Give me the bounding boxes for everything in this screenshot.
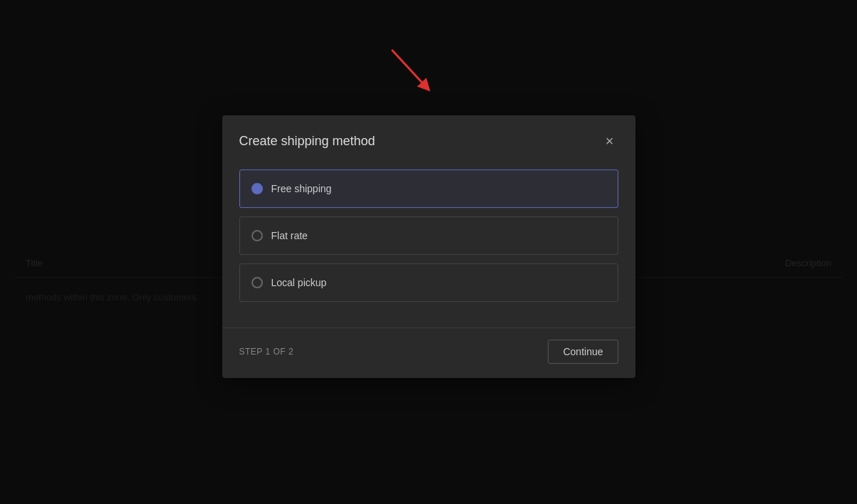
local-pickup-radio: [251, 277, 263, 288]
shipping-option-local-pickup[interactable]: Local pickup: [239, 263, 618, 302]
local-pickup-label: Local pickup: [271, 277, 327, 288]
continue-button[interactable]: Continue: [548, 340, 618, 364]
modal-header: Create shipping method ×: [222, 115, 635, 164]
shipping-option-flat-rate[interactable]: Flat rate: [239, 216, 618, 255]
modal-title: Create shipping method: [239, 134, 375, 149]
shipping-option-free-shipping[interactable]: Free shipping: [239, 169, 618, 208]
modal-footer: STEP 1 OF 2 Continue: [222, 327, 635, 378]
create-shipping-method-modal: Create shipping method × Free shipping F…: [222, 115, 635, 378]
step-indicator: STEP 1 OF 2: [239, 347, 294, 357]
flat-rate-label: Flat rate: [271, 230, 308, 241]
free-shipping-label: Free shipping: [271, 183, 332, 194]
modal-close-button[interactable]: ×: [601, 132, 618, 149]
free-shipping-radio: [251, 183, 263, 194]
modal-body: Free shipping Flat rate Local pickup: [222, 164, 635, 327]
flat-rate-radio: [251, 230, 263, 241]
